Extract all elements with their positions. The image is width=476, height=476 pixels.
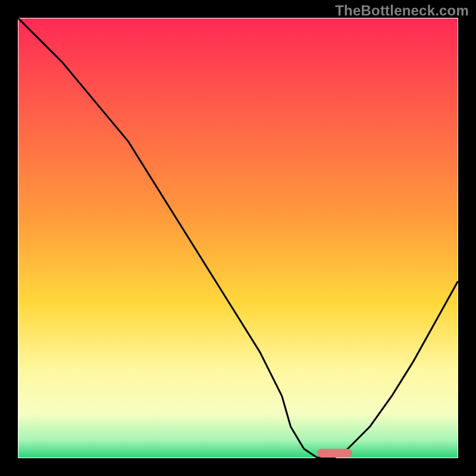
optimal-marker bbox=[317, 449, 352, 458]
watermark-text: TheBottleneck.com bbox=[335, 2, 469, 19]
plot-area bbox=[18, 18, 458, 458]
chart-container: TheBottleneck.com bbox=[0, 0, 476, 476]
chart-svg bbox=[0, 0, 476, 476]
gradient-background bbox=[18, 18, 458, 458]
